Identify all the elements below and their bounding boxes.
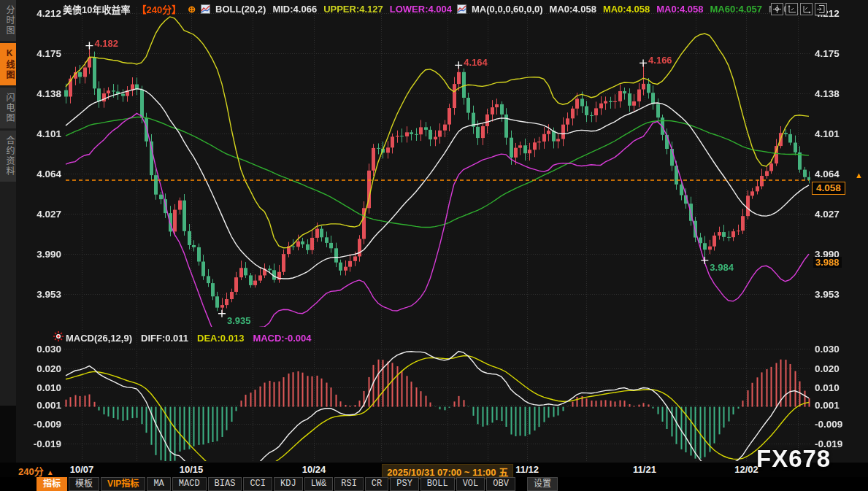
macd-tick-label: 0.010 <box>19 382 61 393</box>
toolbar-item-psy[interactable]: PSY <box>390 477 419 491</box>
macd-diff-value: DIFF:0.011 <box>141 333 188 344</box>
boll-name: BOLL(20,2) <box>215 4 266 15</box>
boll-mid-value: MID:4.066 <box>272 4 317 15</box>
x-date-label: 10/15 <box>180 464 204 475</box>
toolbar-item-cci[interactable]: CCI <box>243 477 272 491</box>
sidebar: 分时图K线图闪电图合约资料 <box>0 0 16 406</box>
boll-chart-icon[interactable] <box>201 4 210 14</box>
x-date-label: 11/12 <box>515 464 539 475</box>
alert-icon[interactable] <box>53 330 64 345</box>
y-axis-scale-icon[interactable] <box>786 3 798 15</box>
macd-tick-label: 0.010 <box>815 382 840 393</box>
x-date-label: 11/21 <box>633 464 656 475</box>
macd-header: MACD(26,12,9)DIFF:0.011DEA:0.013MACD:-0.… <box>66 333 312 344</box>
sidebar-item-contract-info[interactable]: 合约资料 <box>0 131 16 182</box>
sidebar-item-timeshare-chart[interactable]: 分时图 <box>0 0 16 41</box>
ma0-value-magenta: MA0:4.058 <box>656 4 703 15</box>
toolbar-item-rsi[interactable]: RSI <box>334 477 364 491</box>
symbol-title: 美债10年收益率 <box>63 2 130 16</box>
x-date-label: 10/24 <box>302 464 326 475</box>
period-selector[interactable]: 240分▲ <box>18 464 54 478</box>
ma60-value: MA60:4.057 <box>710 4 763 15</box>
y-tick-label: 3.990 <box>19 249 61 260</box>
macd-tick-label: -0.019 <box>19 438 61 449</box>
macd-tick-label: -0.009 <box>19 419 61 430</box>
period-badge: 【240分】 <box>137 2 181 16</box>
toolbar-item-bias[interactable]: BIAS <box>208 477 242 491</box>
pan-right-icon[interactable] <box>815 3 827 15</box>
y-tick-label: 4.175 <box>19 48 61 59</box>
secondary-price-tag: 3.988 <box>813 257 842 268</box>
toolbar-item-boll[interactable]: BOLL <box>420 477 455 491</box>
x-date-label: 12/02 <box>734 464 758 475</box>
x-date-label: 10/07 <box>70 464 94 475</box>
toolbar-item-ma[interactable]: MA <box>147 477 170 491</box>
macd-bar-value: MACD:-0.004 <box>253 333 311 344</box>
y-tick-label: 3.953 <box>19 289 61 300</box>
chart-tools <box>771 3 827 15</box>
chart-canvas[interactable] <box>0 0 868 463</box>
period-label-text: 240分 <box>18 466 44 477</box>
boll-upper-value: UPPER:4.127 <box>323 4 383 15</box>
ma0-value-white: MA0:4.058 <box>550 4 596 15</box>
x-axis: 240分▲ 10/0710/1510/242025/10/31 07:00 ~ … <box>0 463 868 477</box>
add-indicator-icon[interactable]: ⊕ <box>188 4 196 15</box>
period-up-icon: ▲ <box>47 468 54 476</box>
y-tick-label: 4.064 <box>19 169 61 179</box>
toolbar-item-vol[interactable]: VOL <box>456 477 485 491</box>
y-tick-label: 4.101 <box>19 128 61 139</box>
toolbar-item-obv[interactable]: OBV <box>486 477 515 491</box>
macd-tick-label: 0.001 <box>19 399 61 410</box>
y-tick-label: 4.138 <box>19 88 61 99</box>
toolbar-item-indicator[interactable]: 指标 <box>37 477 67 491</box>
toolbar-item-macd[interactable]: MACD <box>172 477 207 491</box>
current-price-tag: 4.058 <box>812 182 845 195</box>
y-tick-label: 4.175 <box>815 48 840 59</box>
y-tick-label: 4.027 <box>19 209 61 220</box>
ma-chart-icon[interactable] <box>457 4 466 14</box>
toolbar-item-vip-indicator[interactable]: VIP指标 <box>101 477 145 491</box>
crosshair-icon[interactable] <box>771 3 783 15</box>
price-arrow-icon: ▲ <box>855 171 863 179</box>
y-tick-label: 4.101 <box>815 128 840 139</box>
toolbar-item-lwr[interactable]: LW& <box>304 477 334 491</box>
boll-lower-value: LOWER:4.004 <box>390 4 452 15</box>
y-tick-label: 4.027 <box>815 209 840 220</box>
sidebar-item-lightning-chart[interactable]: 闪电图 <box>0 88 16 128</box>
macd-tick-label: 0.020 <box>19 363 61 374</box>
toolbar-item-template[interactable]: 模板 <box>69 477 99 491</box>
watermark: FX678 <box>756 445 831 473</box>
macd-tick-label: 0.030 <box>815 344 840 355</box>
macd-name: MACD(26,12,9) <box>66 333 132 344</box>
x-axis-scale-icon[interactable] <box>800 3 813 15</box>
indicator-toolbar: 指标模板VIP指标MAMACDBIASCCIKDJLW&RSICRPSYBOLL… <box>37 477 558 491</box>
y-tick-label: 4.064 <box>815 169 840 179</box>
toolbar-item-cr[interactable]: CR <box>365 477 388 491</box>
ma0-value-yellow: MA0:4.058 <box>603 4 650 15</box>
y-tick-label: 4.212 <box>19 8 61 19</box>
sidebar-item-kline-chart[interactable]: K线图 <box>0 43 16 85</box>
y-tick-label: 4.138 <box>815 88 840 99</box>
toolbar-item-settings[interactable]: 设置 <box>527 477 558 491</box>
chart-header: 美债10年收益率【240分】⊕BOLL(20,2)MID:4.066UPPER:… <box>63 2 792 15</box>
macd-tick-label: -0.009 <box>815 419 842 430</box>
macd-dea-value: DEA:0.013 <box>197 333 244 344</box>
app-window: 分时图K线图闪电图合约资料 美债10年收益率【240分】⊕BOLL(20,2)M… <box>0 0 868 491</box>
macd-tick-label: 0.001 <box>815 399 840 410</box>
ma-name: MA(0,0,0,60,0,0) <box>472 4 543 15</box>
toolbar-item-kdj[interactable]: KDJ <box>274 477 303 491</box>
macd-tick-label: 0.020 <box>815 363 840 374</box>
y-tick-label: 3.953 <box>815 289 840 300</box>
